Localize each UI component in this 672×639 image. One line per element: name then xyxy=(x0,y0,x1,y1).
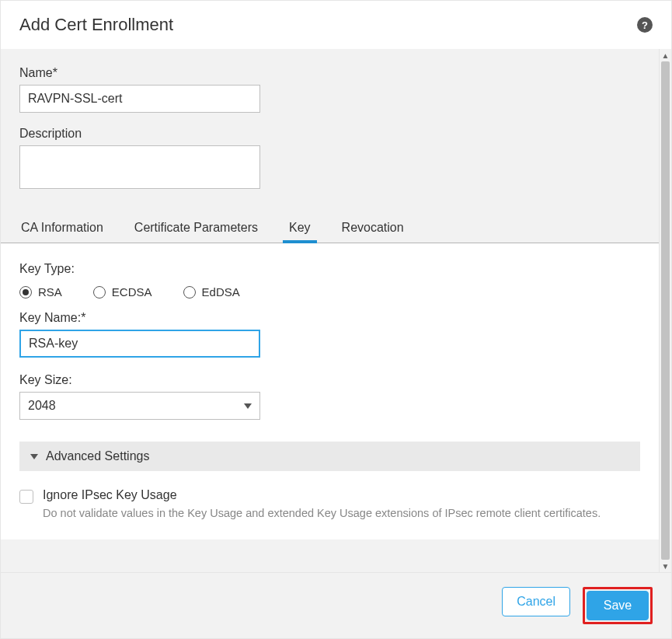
key-name-input[interactable] xyxy=(19,330,260,358)
radio-icon xyxy=(93,286,106,299)
radio-label: EdDSA xyxy=(202,285,240,299)
description-label: Description xyxy=(19,127,640,141)
name-label: Name* xyxy=(19,66,640,80)
scroll-thumb[interactable] xyxy=(661,61,670,560)
radio-icon xyxy=(19,286,32,299)
dialog-title: Add Cert Enrollment xyxy=(19,15,173,35)
key-tab-pane: Key Type: RSA ECDSA EdDSA Key Na xyxy=(1,243,659,539)
key-size-select[interactable]: 2048 xyxy=(19,392,260,420)
tab-revocation[interactable]: Revocation xyxy=(340,216,406,243)
chevron-down-icon xyxy=(30,454,38,459)
tab-ca-information[interactable]: CA Information xyxy=(19,216,105,243)
name-input[interactable] xyxy=(19,85,260,113)
radio-eddsa[interactable]: EdDSA xyxy=(183,285,240,299)
tab-certificate-parameters[interactable]: Certificate Parameters xyxy=(133,216,259,243)
ignore-ipsec-text: Ignore IPsec Key Usage Do not validate v… xyxy=(43,488,601,521)
help-icon[interactable]: ? xyxy=(637,17,653,33)
key-type-radios: RSA ECDSA EdDSA xyxy=(19,281,640,311)
advanced-settings-header[interactable]: Advanced Settings xyxy=(19,442,640,471)
advanced-settings-label: Advanced Settings xyxy=(46,449,149,463)
tab-key[interactable]: Key xyxy=(287,216,312,243)
dialog-body: Name* Description CA Information Certifi… xyxy=(1,49,671,572)
chevron-down-icon xyxy=(244,403,252,409)
radio-label: RSA xyxy=(38,285,62,299)
key-size-value: 2048 xyxy=(28,399,56,413)
tabs: CA Information Certificate Parameters Ke… xyxy=(1,205,659,243)
key-size-label: Key Size: xyxy=(19,373,640,387)
radio-label: ECDSA xyxy=(112,285,152,299)
description-input[interactable] xyxy=(19,145,260,189)
ignore-ipsec-label: Ignore IPsec Key Usage xyxy=(43,488,601,502)
ignore-ipsec-checkbox[interactable] xyxy=(19,490,33,504)
radio-ecdsa[interactable]: ECDSA xyxy=(93,285,152,299)
cert-enrollment-dialog: Add Cert Enrollment ? Name* Description … xyxy=(0,0,672,639)
radio-rsa[interactable]: RSA xyxy=(19,285,62,299)
title-bar: Add Cert Enrollment ? xyxy=(1,1,671,49)
ignore-ipsec-desc: Do not validate values in the Key Usage … xyxy=(43,505,601,521)
form-top: Name* Description xyxy=(1,49,659,191)
vertical-scrollbar[interactable]: ▲ ▼ xyxy=(659,49,671,572)
dialog-footer: Cancel Save xyxy=(1,572,671,638)
ignore-ipsec-row: Ignore IPsec Key Usage Do not validate v… xyxy=(19,471,640,521)
scroll-down-icon[interactable]: ▼ xyxy=(660,560,671,572)
radio-icon xyxy=(183,286,196,299)
cancel-button[interactable]: Cancel xyxy=(502,587,570,616)
save-button-highlight: Save xyxy=(583,587,653,624)
key-type-label: Key Type: xyxy=(19,262,640,276)
key-name-label: Key Name:* xyxy=(19,311,640,325)
save-button[interactable]: Save xyxy=(587,591,649,620)
description-field-group: Description xyxy=(19,127,640,191)
body-content: Name* Description CA Information Certifi… xyxy=(1,49,659,572)
name-field-group: Name* xyxy=(19,66,640,113)
scroll-up-icon[interactable]: ▲ xyxy=(660,49,671,61)
